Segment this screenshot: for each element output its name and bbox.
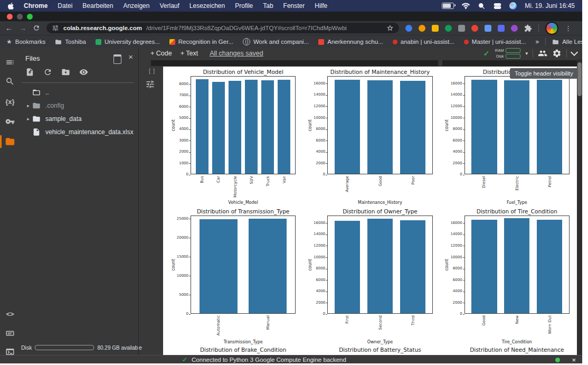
x-tick-label: Worn Out — [547, 315, 552, 334]
variables-icon[interactable]: {x} — [0, 94, 20, 109]
menubar-item[interactable]: Profile — [235, 2, 253, 10]
statusbar-right: × — [555, 355, 576, 363]
close-window-button[interactable] — [7, 14, 13, 20]
tree-row[interactable]: ▸.config — [20, 99, 138, 112]
save-status[interactable]: All changes saved — [210, 50, 263, 57]
y-tick-label: 2000 — [316, 162, 326, 165]
plot-box — [191, 76, 296, 174]
cell-output-settings-icon[interactable] — [145, 79, 155, 89]
bookmark-item[interactable]: Recognition in Ger... — [169, 39, 233, 45]
open-panel-in-tab-icon[interactable] — [113, 54, 121, 64]
browser-menu-button[interactable]: ⋮ — [565, 24, 572, 32]
bar-diesel — [471, 80, 497, 174]
menubar-item[interactable]: Hilfe — [315, 2, 327, 10]
minimize-window-button[interactable] — [17, 14, 23, 20]
resource-gauge[interactable]: RAM Disk — [494, 48, 520, 59]
wifi-icon[interactable] — [462, 2, 470, 10]
x-tick: Truck — [260, 174, 276, 200]
menubar-item[interactable]: Datei — [58, 2, 72, 10]
bar-good — [367, 80, 393, 174]
tampermonkey-extension-icon[interactable] — [471, 25, 478, 32]
tree-row[interactable]: .. — [20, 86, 138, 99]
hidden-files-eye-icon[interactable] — [79, 68, 88, 77]
wave-extension-icon[interactable] — [498, 25, 505, 32]
grammarly-extension-icon[interactable] — [445, 25, 452, 32]
resources-dropdown-icon[interactable]: ▾ — [525, 51, 528, 56]
forward-button[interactable]: → — [19, 24, 26, 32]
control-center-icon[interactable] — [494, 2, 501, 10]
add-code-button[interactable]: + Code — [150, 50, 172, 57]
siri-icon[interactable] — [509, 2, 517, 10]
x-axis-ticks: AutomaticManual — [191, 314, 296, 340]
menubar-item[interactable]: Verlauf — [159, 2, 179, 10]
docs-extension-icon[interactable] — [485, 25, 491, 32]
zoom-window-button[interactable] — [27, 14, 33, 20]
expand-chevron-icon[interactable]: ▸ — [24, 103, 32, 108]
notebook-content[interactable]: [ ] Distribution of Vehicle_Modelcount01… — [139, 59, 582, 355]
y-axis-label-text: count — [171, 119, 176, 132]
bar-average — [335, 80, 360, 174]
w-extension-icon[interactable] — [432, 25, 439, 32]
menubar-item[interactable]: Tab — [263, 2, 273, 10]
reload-button[interactable] — [33, 24, 40, 32]
y-tick-label: 0 — [323, 312, 325, 316]
y-tick-label: 15000 — [177, 255, 188, 259]
add-text-button[interactable]: + Text — [181, 50, 198, 57]
y-tick-label: 5000 — [179, 293, 188, 297]
plot-box — [464, 76, 570, 174]
bookmark-item[interactable]: ★Bookmarks — [6, 38, 45, 45]
close-panel-icon[interactable]: × — [128, 52, 133, 61]
cell-run-gutter[interactable]: [ ] — [149, 68, 155, 74]
spotlight-search-icon[interactable] — [478, 2, 486, 10]
menubar-item[interactable]: Chrome — [24, 2, 48, 10]
menubar-item[interactable]: Lesezeichen — [189, 2, 225, 10]
notebook-scrollbar[interactable] — [577, 59, 582, 355]
cursor-extension-icon[interactable] — [458, 25, 465, 32]
address-bar[interactable]: colab.research.google.com/drive/1Fmlr7f9… — [46, 23, 399, 33]
all-bookmarks-button[interactable]: Alle Lesezeichen — [552, 39, 582, 45]
scrollbar-thumb[interactable] — [577, 62, 582, 96]
table-of-contents-icon[interactable] — [0, 55, 20, 70]
search-icon[interactable] — [0, 74, 20, 89]
key-extension-icon[interactable] — [419, 25, 425, 32]
secrets-key-icon[interactable] — [0, 114, 20, 129]
tree-row[interactable]: vehicle_maintenance_data.xlsx — [20, 125, 138, 138]
y-tick-label: 2000 — [453, 162, 462, 165]
x-tick-label: Good — [378, 176, 383, 186]
profile-avatar[interactable] — [545, 22, 558, 35]
toggle-header-chevron-icon[interactable] — [571, 49, 578, 56]
tree-row[interactable]: ▸sample_data — [20, 112, 138, 125]
menubar-item[interactable]: Fenster — [283, 2, 305, 10]
settings-gear-icon[interactable] — [552, 49, 562, 58]
bookmark-item[interactable]: anabin | uni-assist... — [393, 39, 454, 45]
bookmark-item[interactable]: Master | uni-assist... — [464, 39, 526, 45]
site-settings-icon[interactable] — [52, 24, 59, 32]
bookmark-label: Work and compani... — [253, 39, 309, 45]
code-snippets-icon[interactable]: <> — [0, 306, 20, 321]
chart-plot-area: count0500010000150002000025000 — [170, 216, 296, 314]
share-people-icon[interactable] — [538, 49, 547, 58]
bookmark-star-icon[interactable] — [386, 24, 394, 32]
back-button[interactable]: ← — [5, 24, 13, 32]
parentheses-extension-icon[interactable] — [511, 25, 518, 32]
command-palette-icon[interactable] — [0, 326, 20, 341]
refresh-icon[interactable] — [43, 68, 52, 77]
upload-file-icon[interactable] — [25, 68, 34, 77]
expand-chevron-icon[interactable]: ▸ — [24, 116, 32, 121]
menubar-item[interactable]: Anzeigen — [123, 2, 149, 10]
apple-icon[interactable] — [7, 2, 14, 10]
statusbar-close-icon[interactable]: × — [572, 356, 576, 364]
mount-drive-icon[interactable] — [61, 68, 70, 77]
files-icon[interactable] — [0, 134, 20, 149]
bookmark-item[interactable]: Toshiba — [55, 39, 86, 45]
x-axis-label: Tire_Condition — [464, 340, 570, 345]
bookmark-item[interactable]: University degrees... — [96, 39, 160, 45]
bookmark-item[interactable]: Work and compani... — [243, 38, 309, 45]
bookmarks-overflow-button[interactable]: » — [536, 38, 539, 45]
chart-title: Distribution of Tire_Condition — [464, 208, 570, 216]
bookmark-item[interactable]: Anerkennung schu... — [318, 39, 383, 45]
blue-extension-icon[interactable] — [405, 25, 412, 32]
menubar-item[interactable]: Bearbeiten — [82, 2, 113, 10]
extensions-puzzle-icon[interactable] — [524, 24, 532, 32]
y-tick-label: 2000 — [179, 150, 188, 154]
